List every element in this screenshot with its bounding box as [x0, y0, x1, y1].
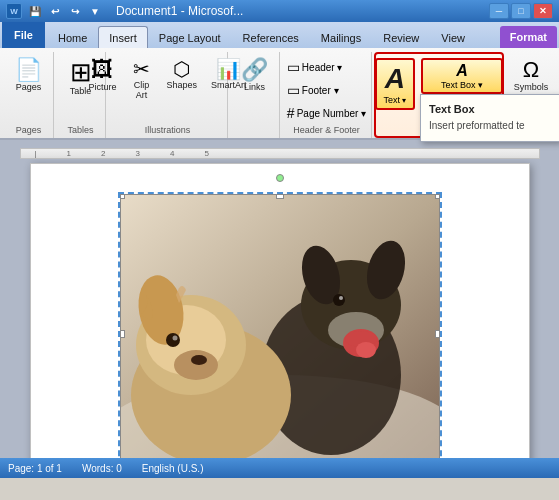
shapes-button[interactable]: ⬡ Shapes — [161, 56, 202, 93]
tab-file[interactable]: File — [2, 22, 45, 48]
header-button[interactable]: ▭ Header ▾ — [283, 56, 370, 78]
footer-icon: ▭ — [287, 82, 300, 98]
svg-point-16 — [174, 350, 218, 380]
picture-icon: 🖼 — [91, 59, 113, 81]
illustrations-group-label: Illustrations — [114, 125, 221, 138]
svg-point-18 — [166, 333, 180, 347]
handle-middle-right[interactable] — [435, 330, 440, 338]
title-bar-left: W 💾 ↩ ↪ ▼ Document1 - Microsof... — [6, 2, 243, 20]
picture-label: Picture — [88, 82, 116, 92]
ribbon-group-hf: ▭ Header ▾ ▭ Footer ▾ # Page Number ▾ He… — [282, 52, 372, 138]
status-page: Page: 1 of 1 — [8, 463, 62, 474]
symbols-button[interactable]: Ω Symbols — [509, 56, 554, 95]
clipart-label: ClipArt — [134, 80, 150, 100]
tab-mailings[interactable]: Mailings — [310, 26, 372, 48]
footer-label: Footer ▾ — [302, 85, 339, 96]
handle-top-left[interactable] — [120, 194, 125, 199]
ribbon-group-links: 🔗 Links — [230, 52, 280, 138]
handle-top-center[interactable] — [276, 194, 284, 199]
handle-top-right[interactable] — [435, 194, 440, 199]
textbox-icon: A — [456, 62, 468, 80]
tab-insert[interactable]: Insert — [98, 26, 148, 48]
clipart-button[interactable]: ✂ ClipArt — [125, 56, 157, 103]
dog-svg — [121, 195, 439, 458]
maximize-btn[interactable]: □ — [511, 3, 531, 19]
svg-point-17 — [191, 355, 207, 365]
hf-content: ▭ Header ▾ ▭ Footer ▾ # Page Number ▾ — [283, 52, 370, 125]
page-number-button[interactable]: # Page Number ▾ — [283, 102, 370, 124]
links-content: 🔗 Links — [236, 52, 273, 135]
links-label: Links — [244, 82, 265, 92]
title-bar: W 💾 ↩ ↪ ▼ Document1 - Microsof... ─ □ ✕ — [0, 0, 559, 22]
pages-content: 📄 Pages — [10, 52, 47, 125]
save-btn[interactable]: 💾 — [26, 2, 44, 20]
text-button[interactable]: A Text ▾ — [375, 58, 415, 110]
tab-view[interactable]: View — [430, 26, 476, 48]
hf-buttons: ▭ Header ▾ ▭ Footer ▾ # Page Number ▾ — [283, 56, 370, 124]
page-number-icon: # — [287, 105, 295, 121]
svg-point-19 — [172, 336, 177, 341]
textbox-popup: Text Box Insert preformatted te — [420, 94, 559, 142]
dog-image — [121, 195, 439, 458]
undo-btn[interactable]: ↩ — [46, 2, 64, 20]
tab-page-layout[interactable]: Page Layout — [148, 26, 232, 48]
links-icon: 🔗 — [241, 59, 268, 81]
handle-middle-left[interactable] — [120, 330, 125, 338]
rotate-handle[interactable] — [276, 174, 284, 182]
header-label: Header ▾ — [302, 62, 343, 73]
shapes-icon: ⬡ — [173, 59, 190, 79]
document-page: www.erhay.com — [30, 163, 530, 458]
close-btn[interactable]: ✕ — [533, 3, 553, 19]
ruler: | 1 2 3 4 5 — [20, 148, 540, 159]
clipart-icon: ✂ — [133, 59, 150, 79]
ribbon-body: 📄 Pages Pages ⊞ Table Tables 🖼 Picture ✂… — [0, 48, 559, 140]
ribbon-group-pages: 📄 Pages Pages — [4, 52, 54, 138]
ribbon-tabs: File Home Insert Page Layout References … — [0, 22, 559, 48]
document-area: | 1 2 3 4 5 — [0, 140, 559, 458]
links-group-label — [236, 135, 273, 138]
status-bar: Page: 1 of 1 Words: 0 English (U.S.) — [0, 458, 559, 478]
links-button[interactable]: 🔗 Links — [236, 56, 273, 95]
tab-home[interactable]: Home — [47, 26, 98, 48]
text-large-icon: A — [385, 63, 405, 95]
minimize-btn[interactable]: ─ — [489, 3, 509, 19]
pages-icon: 📄 — [15, 59, 42, 81]
page-number-label: Page Number ▾ — [297, 108, 366, 119]
hf-group-label: Header & Footer — [288, 125, 365, 138]
illustrations-content: 🖼 Picture ✂ ClipArt ⬡ Shapes 📊 SmartArt — [83, 52, 251, 125]
pages-button[interactable]: 📄 Pages — [10, 56, 47, 95]
image-wrapper — [120, 194, 440, 458]
title-text: Document1 - Microsof... — [116, 4, 243, 18]
textbox-label: Text Box ▾ — [441, 80, 483, 90]
shapes-label: Shapes — [166, 80, 197, 90]
popup-description: Insert preformatted te — [429, 119, 551, 133]
header-icon: ▭ — [287, 59, 300, 75]
pages-label: Pages — [16, 82, 42, 92]
status-language: English (U.S.) — [142, 463, 204, 474]
popup-title: Text Box — [429, 103, 551, 115]
table-group-label: Tables — [62, 125, 99, 138]
redo-btn[interactable]: ↪ — [66, 2, 84, 20]
app-icon: W — [6, 3, 22, 19]
tab-review[interactable]: Review — [372, 26, 430, 48]
pages-group-label: Pages — [10, 125, 47, 138]
picture-button[interactable]: 🖼 Picture — [83, 56, 121, 95]
tab-references[interactable]: References — [232, 26, 310, 48]
footer-button[interactable]: ▭ Footer ▾ — [283, 79, 370, 101]
svg-point-11 — [356, 342, 376, 358]
svg-point-7 — [333, 294, 345, 306]
text-large-label: Text ▾ — [384, 95, 407, 105]
tab-format[interactable]: Format — [500, 26, 557, 48]
svg-point-8 — [339, 296, 343, 300]
dog-image-container[interactable] — [120, 194, 440, 458]
ribbon-group-illustrations: 🖼 Picture ✂ ClipArt ⬡ Shapes 📊 SmartArt … — [108, 52, 228, 138]
symbols-icon: Ω — [523, 59, 539, 81]
symbols-label: Symbols — [514, 82, 549, 92]
textbox-button[interactable]: A Text Box ▾ — [421, 58, 503, 94]
qa-dropdown[interactable]: ▼ — [86, 2, 104, 20]
window-controls: ─ □ ✕ — [489, 3, 553, 19]
quick-access-bar: 💾 ↩ ↪ ▼ — [26, 2, 104, 20]
status-words: Words: 0 — [82, 463, 122, 474]
